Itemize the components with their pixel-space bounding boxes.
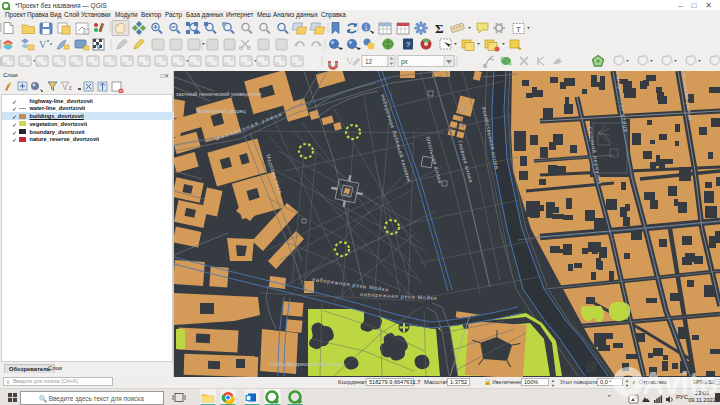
svg-text:T: T (516, 25, 521, 34)
svg-text:заочный технический университе: заочный технический университет (176, 91, 262, 97)
svg-text:Avito: Avito (642, 366, 718, 398)
svg-text:ε: ε (69, 84, 72, 91)
svg-text:V: V (96, 42, 102, 51)
svg-text:Мраморный дворец: Мраморный дворец (196, 108, 246, 114)
svg-text:V: V (39, 39, 47, 50)
svg-text:i: i (365, 23, 367, 32)
svg-text:px: px (401, 58, 409, 66)
svg-text:12: 12 (365, 58, 373, 65)
svg-text:Собор ВоскресенияХристова: Собор ВоскресенияХристова (269, 361, 342, 367)
svg-text:Σ: Σ (435, 21, 444, 36)
svg-text:?: ? (406, 40, 411, 49)
